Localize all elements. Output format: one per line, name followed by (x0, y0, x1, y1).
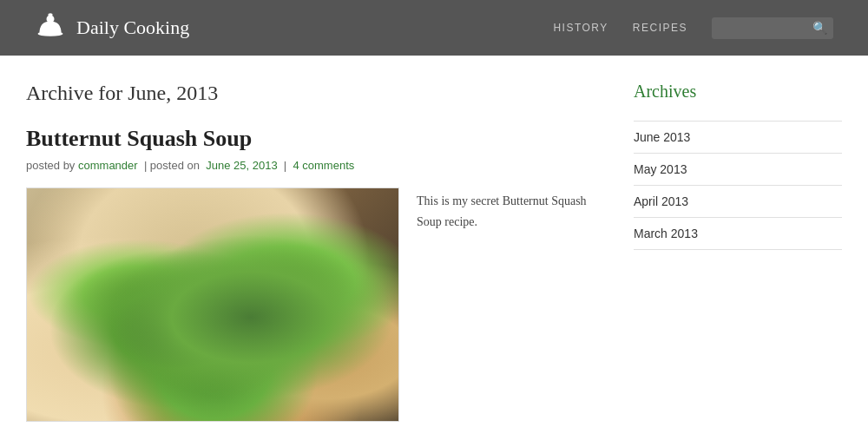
archive-label: June 2013 (634, 130, 690, 144)
meta-separator: | (284, 159, 286, 172)
posted-by-label: posted by (26, 159, 75, 172)
recipes-nav-link[interactable]: RECIPES (633, 22, 687, 34)
archive-heading: Archive for June, 2013 (26, 82, 599, 105)
search-button[interactable]: 🔍 (812, 21, 827, 35)
comments-link[interactable]: 4 comments (293, 159, 354, 172)
post-excerpt: This is my secret Butternut Squash Soup … (417, 187, 599, 233)
archive-list-item[interactable]: May 2013 (634, 154, 842, 186)
post-title: Butternut Squash Soup (26, 126, 599, 152)
archives-list: June 2013May 2013April 2013March 2013 (634, 121, 842, 250)
posted-on-label: | posted on (144, 159, 200, 172)
site-title: Daily Cooking (76, 16, 189, 39)
history-nav-link[interactable]: HISTORY (553, 22, 608, 34)
sidebar: Archives June 2013May 2013April 2013Marc… (634, 82, 842, 422)
post-date-link[interactable]: June 25, 2013 (206, 159, 277, 172)
search-wrapper: 🔍 (712, 17, 833, 39)
archive-label: April 2013 (634, 194, 688, 208)
post-image (27, 188, 399, 422)
author-link[interactable]: commander (78, 159, 138, 172)
post-meta: posted by commander | posted on June 25,… (26, 159, 599, 172)
svg-point-3 (48, 13, 52, 16)
content-area: Archive for June, 2013 Butternut Squash … (26, 82, 599, 422)
archive-list-item[interactable]: March 2013 (634, 218, 842, 250)
site-header: Daily Cooking HISTORY RECIPES 🔍 (0, 0, 868, 56)
header-nav: HISTORY RECIPES 🔍 (553, 17, 833, 39)
archives-heading: Archives (634, 82, 842, 107)
archive-label: May 2013 (634, 162, 687, 176)
archive-list-item[interactable]: April 2013 (634, 186, 842, 218)
main-content: Archive for June, 2013 Butternut Squash … (9, 56, 859, 447)
post-image-container (26, 187, 399, 422)
archive-label: March 2013 (634, 227, 698, 240)
blog-post: Butternut Squash Soup posted by commande… (26, 126, 599, 422)
archive-list-item[interactable]: June 2013 (634, 121, 842, 154)
chef-icon (35, 10, 66, 45)
post-body: This is my secret Butternut Squash Soup … (26, 187, 599, 422)
logo-area: Daily Cooking (35, 10, 189, 45)
